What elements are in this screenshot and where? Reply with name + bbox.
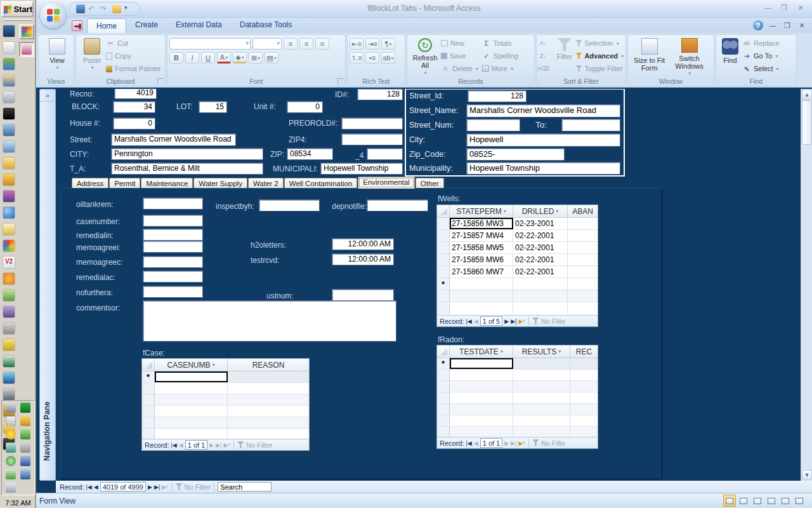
new-record-button[interactable]: New — [441, 38, 478, 48]
h2oletters-field[interactable]: 12:00:00 AM — [332, 238, 394, 250]
disconnect-tray-icon[interactable] — [20, 443, 30, 453]
font-size-combo[interactable] — [252, 38, 282, 50]
ribbon-tab-external-data[interactable]: External Data — [167, 18, 231, 33]
pivottable-view-button[interactable] — [751, 495, 764, 507]
internet-explorer-icon[interactable] — [3, 207, 15, 218]
more-button[interactable]: More▾ — [482, 64, 518, 74]
minimize-button[interactable] — [761, 3, 774, 13]
city-field[interactable]: Pennington — [111, 148, 263, 160]
ta-field[interactable]: Rosenthal, Bernice & Milt — [111, 163, 263, 175]
bullet-list-icon[interactable]: •≡ — [365, 52, 379, 64]
fwells-col-drilled[interactable]: DRILLED▾ — [513, 205, 568, 217]
fwells-cell[interactable]: 02-22-2001 — [513, 254, 568, 265]
fwells-col-statepermit[interactable]: STATEPERM▾ — [450, 205, 513, 217]
depnotifie-field[interactable] — [367, 199, 428, 211]
network-computers-icon[interactable] — [3, 124, 15, 136]
last-record-icon[interactable]: ▶| — [511, 440, 516, 446]
fax-icon[interactable] — [3, 323, 15, 334]
child-minimize-button[interactable] — [768, 22, 778, 29]
nofurthera-field[interactable] — [143, 286, 203, 298]
notepad-icon[interactable] — [3, 42, 15, 53]
datasheet-view-button[interactable] — [737, 495, 750, 507]
excel-icon[interactable] — [3, 356, 15, 367]
lot-field[interactable]: 15 — [199, 101, 227, 113]
volume-tray-icon[interactable] — [6, 483, 16, 493]
usb-tray-icon[interactable] — [6, 403, 16, 413]
power-tray-icon[interactable] — [6, 469, 16, 479]
form-tab-water-supply[interactable]: Water Supply — [193, 178, 247, 189]
street-num-to-field[interactable] — [561, 119, 620, 131]
setup-icon[interactable] — [3, 58, 15, 70]
fwells-cell[interactable]: 27-15859 MW6 — [450, 254, 513, 265]
fwells-cell[interactable]: 02-22-2001 — [513, 266, 568, 277]
messenger-tray-icon[interactable] — [20, 429, 30, 439]
fwells-cell[interactable]: 02-22-2001 — [513, 242, 568, 253]
street-name-field[interactable]: Marshalls Corner Woodsville Road — [466, 104, 620, 117]
street-field[interactable]: Marshalls Corner Woodsville Road — [111, 133, 236, 146]
pivotchart-view-button[interactable] — [765, 495, 778, 507]
last-record-icon[interactable]: ▶| — [154, 484, 160, 490]
row-selector[interactable] — [437, 242, 450, 253]
mail-stack-icon[interactable] — [3, 224, 15, 235]
newmail-tray-icon[interactable] — [20, 416, 30, 426]
column-dropdown-icon[interactable]: ▾ — [504, 208, 506, 214]
zip-field[interactable]: 08534 — [287, 148, 333, 160]
folder-window-icon[interactable] — [3, 75, 15, 86]
first-record-icon[interactable]: |◀ — [466, 440, 472, 446]
house-field[interactable]: 0 — [113, 117, 155, 130]
new-record-icon[interactable]: ▶* — [223, 442, 230, 448]
memoagreec-field[interactable] — [143, 256, 203, 268]
record-position[interactable]: 1 of 5 — [480, 316, 503, 326]
zip4b-field[interactable] — [367, 148, 403, 160]
column-dropdown-icon[interactable]: ▾ — [501, 349, 503, 354]
clipboard-dialog-launcher[interactable] — [157, 78, 164, 84]
preorold-field[interactable] — [341, 117, 403, 130]
replace-button[interactable]: abReplace — [742, 38, 779, 48]
media-clip-icon[interactable] — [3, 190, 15, 202]
gridlines-button[interactable]: ⊞▾ — [249, 52, 263, 64]
find-button[interactable]: Find — [718, 37, 742, 77]
keyboard-icon[interactable] — [3, 91, 15, 103]
fcase-cell[interactable] — [155, 371, 228, 382]
selection-button[interactable]: Selection▾ — [575, 38, 624, 48]
scroll-down-icon[interactable]: ▼ — [802, 470, 812, 480]
fwells-cell[interactable] — [568, 242, 598, 253]
fwells-cell[interactable] — [568, 230, 598, 241]
inspectbyh-field[interactable] — [259, 199, 320, 211]
child-restore-button[interactable] — [782, 22, 792, 30]
underline-button[interactable]: U — [201, 52, 215, 64]
form-tab-permit[interactable]: Permit — [109, 178, 140, 189]
scrollbar-thumb[interactable] — [802, 100, 812, 145]
form-tab-water-2[interactable]: Water 2 — [248, 178, 284, 189]
start-button[interactable]: Start — [1, 1, 34, 17]
selection-tray-icon[interactable] — [6, 416, 16, 426]
fcase-cell[interactable] — [228, 371, 309, 382]
fcase-col-reason[interactable]: REASON — [228, 359, 309, 371]
italic-button[interactable]: I — [185, 52, 199, 64]
record-position[interactable]: 1 of 1 — [480, 438, 503, 448]
chat-icon[interactable] — [3, 174, 15, 185]
form-vertical-scrollbar[interactable]: ▲ ▼ — [801, 89, 812, 481]
form-tab-other[interactable]: Other — [416, 178, 444, 189]
record-search-input[interactable] — [218, 482, 272, 491]
font-dialog-launcher[interactable] — [337, 78, 344, 84]
previous-record-icon[interactable]: ◀ — [179, 442, 183, 448]
goto-button[interactable]: ➜Go To▾ — [742, 51, 779, 61]
sync-tray-icon[interactable] — [6, 456, 16, 466]
v2-antivirus-icon[interactable]: V2 — [3, 257, 15, 268]
no-filter-indicator[interactable]: No Filte — [532, 318, 565, 325]
fwells-cell[interactable] — [568, 278, 598, 290]
last-record-icon[interactable]: ▶| — [511, 318, 516, 324]
grid-tray-icon[interactable] — [20, 403, 30, 413]
help-icon[interactable]: ? — [753, 20, 763, 30]
form-view-button[interactable] — [723, 495, 736, 507]
design-view-button[interactable] — [793, 495, 806, 507]
fwells-cell[interactable]: 27-15858 MW5 — [450, 242, 513, 253]
fwells-col-aban[interactable]: ABAN — [568, 205, 598, 217]
camera-icon[interactable] — [3, 389, 15, 400]
row-selector[interactable] — [437, 266, 450, 277]
sort-descending-button[interactable]: Z↓ — [539, 51, 553, 61]
agent-icon[interactable] — [3, 290, 15, 301]
music-icon[interactable] — [3, 306, 15, 318]
block-field[interactable]: 34 — [113, 101, 155, 113]
